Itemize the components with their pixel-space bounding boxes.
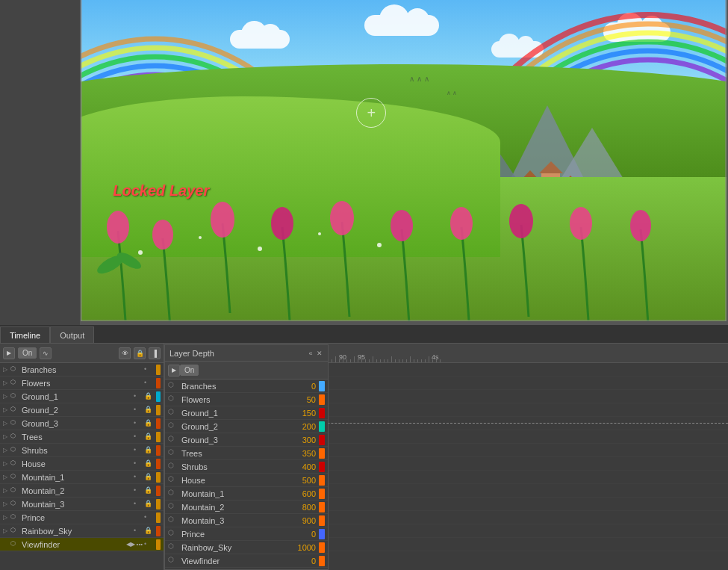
layer-row[interactable]: ▷ ⬡ Branches • xyxy=(0,363,164,377)
visibility-dot[interactable]: • xyxy=(134,433,143,442)
depth-on-button[interactable]: On xyxy=(180,365,199,376)
depth-layer-name: Viewfinder xyxy=(181,557,286,566)
visibility-dot[interactable]: • xyxy=(144,379,153,388)
layer-row[interactable]: ▷ ⬡ Ground_2 • 🔒 xyxy=(0,403,164,417)
depth-row[interactable]: ⬡ Trees 350 xyxy=(165,447,328,460)
tab-timeline[interactable]: Timeline xyxy=(0,326,50,343)
layer-color-swatch xyxy=(156,459,161,469)
layer-row[interactable]: ⬡ Viewfinder ◀▶ ••• • xyxy=(0,538,164,551)
layer-row[interactable]: ▷ ⬡ Mountain_2 • 🔒 xyxy=(0,484,164,498)
visibility-dot[interactable]: • xyxy=(144,513,153,522)
eye-icon[interactable]: 👁 xyxy=(119,347,131,359)
visibility-dot[interactable]: • xyxy=(134,500,143,509)
depth-layer-name: House xyxy=(181,476,286,485)
layer-name: Mountain_2 xyxy=(22,486,134,495)
solo-icon[interactable]: ▶ xyxy=(3,347,15,359)
layer-name: Branches xyxy=(22,365,144,374)
on-button[interactable]: On xyxy=(18,347,37,359)
tab-output[interactable]: Output xyxy=(50,326,94,343)
depth-value: 200 xyxy=(286,422,316,431)
bottom-edge xyxy=(81,320,727,321)
layer-name: Mountain_3 xyxy=(22,500,134,509)
layer-type-icon: ⬡ xyxy=(10,540,19,549)
depth-layer-icon: ⬡ xyxy=(168,408,178,418)
layer-color-swatch xyxy=(156,445,161,456)
depth-layer-name: Ground_3 xyxy=(181,436,286,444)
ruler-tick xyxy=(388,359,388,362)
visibility-dot[interactable]: • xyxy=(134,486,143,495)
color-swatch-icon[interactable]: ▐ xyxy=(149,347,161,359)
visibility-dot[interactable]: • xyxy=(134,446,143,455)
layer-name: Rainbow_Sky xyxy=(22,527,134,536)
layer-row[interactable]: ▷ ⬡ Mountain_3 • 🔒 xyxy=(0,498,164,511)
layer-depth-panel: Layer Depth « ✕ ▶ On ⬡ Branches 0 ⬡ Flow… xyxy=(164,344,329,570)
panel-collapse-btn[interactable]: « xyxy=(307,350,314,357)
motion-curve-icon[interactable]: ∿ xyxy=(40,347,52,359)
visibility-dot[interactable]: • xyxy=(134,419,143,428)
ruler-tick xyxy=(425,359,426,362)
layer-row[interactable]: ▷ ⬡ Shrubs • 🔒 xyxy=(0,444,164,457)
lock-icon[interactable]: 🔒 xyxy=(134,347,146,359)
layer-type-icon: ⬡ xyxy=(10,365,19,374)
layer-expand: ▷ xyxy=(3,514,10,521)
layer-row[interactable]: ▷ ⬡ House • 🔒 xyxy=(0,457,164,471)
layer-expand: ▷ xyxy=(3,487,10,494)
ruler-tick xyxy=(332,359,332,362)
depth-row[interactable]: ⬡ Ground_2 200 xyxy=(165,420,328,433)
depth-solo-icon[interactable]: ▶ xyxy=(168,365,180,377)
canvas-area: ∧ ∧ ∧ ∧ ∧ xyxy=(0,0,728,325)
layer-type-icon: ⬡ xyxy=(10,406,19,415)
depth-layer-name: Ground_1 xyxy=(181,409,286,418)
layer-row[interactable]: ▷ ⬡ Rainbow_Sky • 🔒 xyxy=(0,524,164,538)
depth-row[interactable]: ⬡ Prince 0 xyxy=(165,527,328,541)
visibility-dot[interactable]: • xyxy=(134,473,143,482)
depth-layer-name: Shrubs xyxy=(181,462,286,471)
layer-type-icon: ⬡ xyxy=(10,500,19,509)
birds-2: ∧ ∧ xyxy=(447,90,457,96)
layer-row[interactable]: ▷ ⬡ Flowers • xyxy=(0,377,164,390)
left-edge xyxy=(81,0,82,321)
depth-color-swatch xyxy=(319,421,325,432)
depth-row[interactable]: ⬡ Viewfinder 0 xyxy=(165,554,328,568)
ruler-tick xyxy=(361,359,362,362)
layer-row[interactable]: ▷ ⬡ Trees • 🔒 xyxy=(0,430,164,444)
visibility-dot[interactable]: • xyxy=(144,540,153,549)
layer-type-icon: ⬡ xyxy=(10,446,19,455)
layer-expand: ▷ xyxy=(3,366,10,373)
lock-icon: 🔒 xyxy=(144,433,153,442)
layer-row[interactable]: ▷ ⬡ Prince • xyxy=(0,511,164,524)
layer-row[interactable]: ▷ ⬡ Ground_3 • 🔒 xyxy=(0,417,164,430)
svg-point-34 xyxy=(138,250,143,255)
layer-depth-title: Layer Depth xyxy=(169,349,214,358)
visibility-dot[interactable]: • xyxy=(144,365,153,374)
layer-row[interactable]: ▷ ⬡ Mountain_1 • 🔒 xyxy=(0,471,164,484)
layer-color-swatch xyxy=(156,378,161,388)
depth-color-swatch xyxy=(319,381,325,391)
depth-row[interactable]: ⬡ Mountain_3 900 xyxy=(165,514,328,527)
depth-row[interactable]: ⬡ Flowers 50 xyxy=(165,393,328,406)
depth-row[interactable]: ⬡ Mountain_1 600 xyxy=(165,487,328,501)
svg-point-35 xyxy=(199,236,202,239)
depth-row[interactable]: ⬡ Rainbow_Sky 1000 xyxy=(165,541,328,554)
depth-row[interactable]: ⬡ Shrubs 400 xyxy=(165,460,328,474)
panel-close-btn[interactable]: ✕ xyxy=(316,350,323,357)
depth-color-swatch xyxy=(319,435,325,445)
ruler-tick xyxy=(358,359,358,362)
visibility-dot[interactable]: • xyxy=(134,392,143,401)
layer-color-swatch xyxy=(156,405,161,415)
layer-row[interactable]: ▷ ⬡ Ground_1 • 🔒 xyxy=(0,390,164,403)
depth-row[interactable]: ⬡ Ground_1 150 xyxy=(165,406,328,420)
depth-layer-icon: ⬡ xyxy=(168,462,178,472)
visibility-dot[interactable]: • xyxy=(134,459,143,468)
depth-row[interactable]: ⬡ Ground_3 300 xyxy=(165,433,328,447)
depth-row[interactable]: ⬡ Branches 0 xyxy=(165,380,328,393)
ruler-tick xyxy=(346,359,347,362)
ruler-tick xyxy=(339,359,340,362)
depth-row[interactable]: ⬡ House 500 xyxy=(165,474,328,487)
visibility-dot[interactable]: • xyxy=(134,527,143,536)
visibility-dot[interactable]: • xyxy=(134,406,143,415)
layer-type-icon: ⬡ xyxy=(10,513,19,522)
ruler-tick xyxy=(350,359,351,362)
depth-layer-name: Mountain_1 xyxy=(181,489,286,498)
depth-row[interactable]: ⬡ Mountain_2 800 xyxy=(165,501,328,514)
